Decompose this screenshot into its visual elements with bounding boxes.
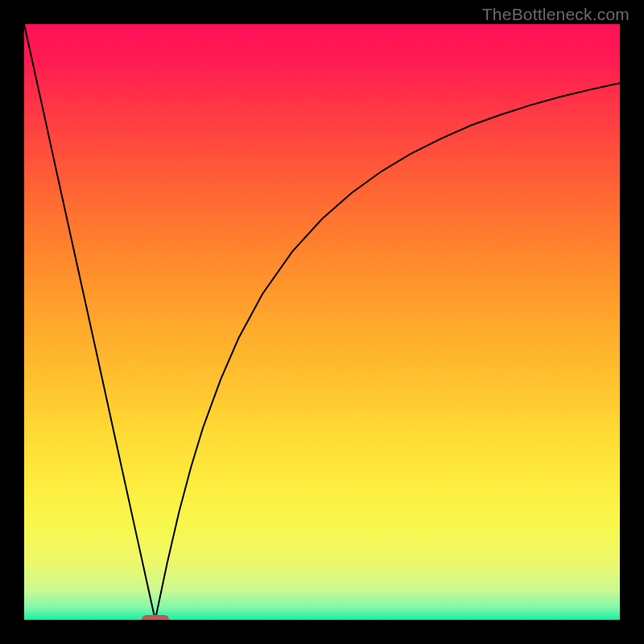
chart-curves bbox=[24, 24, 620, 620]
curve-right-arm bbox=[155, 83, 620, 620]
curve-left-arm bbox=[24, 24, 155, 620]
chart-frame bbox=[0, 0, 644, 644]
frame-border-right bbox=[620, 0, 644, 644]
frame-border-left bbox=[0, 0, 24, 644]
frame-border-bottom bbox=[0, 620, 644, 644]
watermark-text: TheBottleneck.com bbox=[482, 5, 630, 24]
